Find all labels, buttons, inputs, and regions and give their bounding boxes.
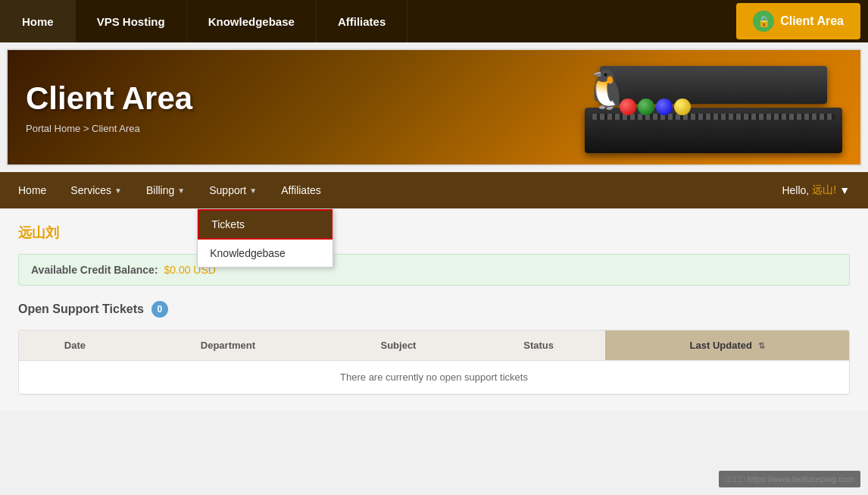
table-body: There are currently no open support tick… [19,361,849,394]
banner-title: Client Area [26,80,192,117]
support-dropdown-arrow: ▼ [249,186,257,195]
top-nav-knowledgebase[interactable]: Knowledgebase [187,0,317,42]
support-dropdown-menu: Tickets Knowledgebase [197,208,333,268]
breadcrumb-home[interactable]: Portal Home [26,123,80,134]
top-nav-vps-hosting[interactable]: VPS Hosting [76,0,187,42]
decorative-balls [620,99,691,115]
tickets-header: Open Support Tickets 0 [18,301,850,318]
dropdown-tickets[interactable]: Tickets [198,209,333,240]
empty-message: There are currently no open support tick… [19,361,849,394]
lock-icon: 🔒 [753,11,774,32]
sort-icon: ⇅ [758,341,765,351]
user-name-display: 远山刘 [18,224,850,242]
billing-dropdown-arrow: ▼ [177,186,185,195]
secondary-nav-home[interactable]: Home [6,172,58,208]
top-nav-home[interactable]: Home [0,0,76,42]
banner-text: Client Area Portal Home > Client Area [26,80,192,134]
top-navigation: Home VPS Hosting Knowledgebase Affiliate… [0,0,868,42]
credit-balance-bar: Available Credit Balance: $0.00 USD [18,254,850,286]
breadcrumb-current: Client Area [92,123,140,134]
dropdown-knowledgebase[interactable]: Knowledgebase [198,240,333,267]
col-subject: Subject [325,331,472,361]
table-header: Date Department Subject Status Last Upda… [19,331,849,361]
col-status: Status [472,331,605,361]
support-dropdown-container: Support ▼ Tickets Knowledgebase [197,172,269,208]
tickets-table-container: Date Department Subject Status Last Upda… [18,330,850,395]
secondary-nav-support[interactable]: Support ▼ [197,172,269,208]
table-row-empty: There are currently no open support tick… [19,361,849,394]
top-nav-links: Home VPS Hosting Knowledgebase Affiliate… [0,0,736,42]
blue-ball [656,99,673,115]
hello-text: Hello, 远山! ▼ [782,183,862,197]
services-dropdown-arrow: ▼ [114,186,122,195]
green-ball [638,99,654,115]
secondary-nav-links: Home Services ▼ Billing ▼ Support ▼ Tick… [6,172,782,208]
username-display: 远山! [812,183,836,197]
col-last-updated[interactable]: Last Updated ⇅ [605,331,849,361]
col-department: Department [131,331,325,361]
tickets-title: Open Support Tickets [18,302,144,316]
secondary-navigation: Home Services ▼ Billing ▼ Support ▼ Tick… [0,172,868,208]
breadcrumb: Portal Home > Client Area [26,123,192,134]
secondary-nav-billing[interactable]: Billing ▼ [134,172,197,208]
red-ball [620,99,636,115]
top-nav-affiliates[interactable]: Affiliates [317,0,407,42]
banner: Client Area Portal Home > Client Area 🐧 [6,49,862,166]
yellow-ball [674,99,691,115]
client-area-button[interactable]: 🔒 Client Area [736,3,860,39]
secondary-nav-affiliates[interactable]: Affiliates [269,172,333,208]
credit-label: Available Credit Balance: [31,264,158,276]
user-dropdown-arrow: ▼ [839,184,850,196]
tickets-table: Date Department Subject Status Last Upda… [19,331,849,394]
col-date: Date [19,331,131,361]
tickets-count-badge: 0 [151,301,168,318]
main-content: 远山刘 Available Credit Balance: $0.00 USD … [0,208,868,410]
secondary-nav-services[interactable]: Services ▼ [58,172,134,208]
banner-image: 🐧 [539,55,842,161]
